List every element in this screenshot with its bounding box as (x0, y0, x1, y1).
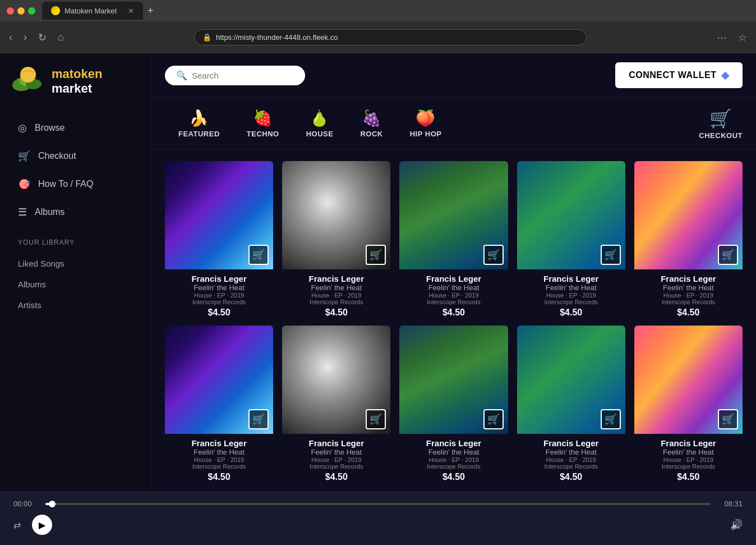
product-image: 🛒 (282, 161, 390, 269)
add-to-cart-button[interactable]: 🛒 (483, 245, 504, 265)
new-tab-button[interactable]: + (143, 3, 158, 19)
product-meta1: House · EP · 2019 (519, 456, 623, 463)
add-to-cart-button[interactable]: 🛒 (366, 245, 386, 265)
product-artist: Francis Leger (637, 274, 740, 283)
product-card[interactable]: 🛒 Francis Leger Feelin' the Heat House ·… (517, 326, 625, 481)
product-meta2: Interscope Records (167, 299, 271, 305)
genre-techno-label: TECHNO (247, 130, 279, 138)
product-card[interactable]: 🛒 Francis Leger Feelin' the Heat House ·… (165, 326, 273, 481)
progress-track[interactable] (45, 503, 711, 505)
product-meta2: Interscope Records (637, 299, 740, 305)
genre-house[interactable]: 🍐 HOUSE (293, 104, 347, 143)
browse-icon: ◎ (18, 122, 27, 134)
add-to-cart-button[interactable]: 🛒 (366, 409, 386, 429)
shuffle-button[interactable]: ⇄ (13, 520, 21, 530)
product-meta1: House · EP · 2019 (402, 456, 505, 463)
nav-albums-label: Albums (35, 207, 64, 217)
tab-close-icon[interactable]: ✕ (128, 7, 134, 15)
nav-howto[interactable]: 🎯 How To / FAQ (9, 171, 142, 197)
player-progress: 00:00 08:31 (13, 500, 743, 508)
player-bar: 00:00 08:31 ⇄ ▶ 🔊 (0, 492, 756, 542)
bookmark-button[interactable]: ☆ (735, 29, 750, 46)
genre-nav: 🍌 FEATURED 🍓 TECHNO 🍐 HOUSE 🍇 ROCK 🍑 HIP… (151, 98, 756, 150)
product-title: Feelin' the Heat (402, 448, 505, 456)
product-artist: Francis Leger (284, 274, 388, 283)
add-to-cart-button[interactable]: 🛒 (483, 409, 504, 429)
volume-button[interactable]: 🔊 (730, 519, 743, 531)
add-to-cart-button[interactable]: 🛒 (718, 409, 738, 429)
library-artists[interactable]: Artists (9, 295, 142, 315)
product-title: Feelin' the Heat (167, 448, 271, 456)
library-liked-songs[interactable]: Liked Songs (9, 253, 142, 274)
url-text: https://misty-thunder-4448.on.fleek.co (216, 33, 578, 42)
nav-checkout-label: Checkout (38, 151, 76, 161)
genre-techno[interactable]: 🍓 TECHNO (233, 104, 293, 143)
add-to-cart-button[interactable]: 🛒 (601, 245, 621, 265)
product-info: Francis Leger Feelin' the Heat House · E… (634, 434, 743, 480)
nav-browse-label: Browse (35, 123, 64, 133)
search-bar[interactable]: 🔍 (165, 66, 305, 85)
browser-tab[interactable]: Matoken Market ✕ (42, 2, 143, 20)
forward-button[interactable]: › (20, 29, 30, 45)
connect-wallet-button[interactable]: CONNECT WALLET ◆ (615, 62, 743, 88)
tab-title: Matoken Market (64, 7, 117, 15)
search-input[interactable] (192, 71, 294, 80)
product-card[interactable]: 🛒 Francis Leger Feelin' the Heat House ·… (282, 161, 390, 317)
refresh-button[interactable]: ↻ (35, 29, 50, 46)
product-meta2: Interscope Records (284, 299, 388, 305)
extensions-button[interactable]: ⋯ (713, 29, 730, 46)
search-icon: 🔍 (176, 70, 187, 81)
product-meta2: Interscope Records (519, 299, 623, 305)
nav-checkout[interactable]: 🛒 Checkout (9, 143, 142, 169)
genre-hiphop[interactable]: 🍑 HIP HOP (397, 104, 455, 143)
add-to-cart-button[interactable]: 🛒 (718, 245, 738, 265)
genre-featured[interactable]: 🍌 FEATURED (165, 104, 233, 143)
logo-icon (11, 65, 45, 98)
product-card[interactable]: 🛒 Francis Leger Feelin' the Heat House ·… (634, 326, 743, 481)
product-artist: Francis Leger (402, 438, 505, 448)
product-card[interactable]: 🛒 Francis Leger Feelin' the Heat House ·… (399, 161, 508, 317)
checkout-nav[interactable]: 🛒 CHECKOUT (699, 108, 743, 140)
home-button[interactable]: ⌂ (54, 29, 67, 45)
product-card[interactable]: 🛒 Francis Leger Feelin' the Heat House ·… (165, 161, 273, 317)
product-price: $4.50 (284, 472, 388, 480)
product-card[interactable]: 🛒 Francis Leger Feelin' the Heat House ·… (282, 326, 390, 481)
featured-icon: 🍌 (189, 109, 209, 127)
product-meta2: Interscope Records (284, 463, 388, 470)
fullscreen-button[interactable] (28, 7, 35, 15)
howto-icon: 🎯 (18, 178, 30, 190)
product-card[interactable]: 🛒 Francis Leger Feelin' the Heat House ·… (634, 161, 743, 317)
nav-browse[interactable]: ◎ Browse (9, 115, 142, 141)
product-meta1: House · EP · 2019 (284, 456, 388, 463)
library-albums[interactable]: Albums (9, 274, 142, 295)
nav-albums[interactable]: ☰ Albums (9, 199, 142, 225)
library-section: YOUR LIBRARY Liked Songs Albums Artists (0, 227, 151, 315)
genre-rock[interactable]: 🍇 ROCK (347, 104, 396, 143)
main-header: 🔍 CONNECT WALLET ◆ (151, 53, 756, 98)
logo-text-line2: market (52, 81, 102, 96)
checkout-label: CHECKOUT (699, 131, 743, 140)
total-time: 08:31 (717, 500, 743, 508)
genre-house-label: HOUSE (306, 130, 334, 138)
genre-hiphop-label: HIP HOP (410, 130, 442, 138)
checkout-icon: 🛒 (18, 150, 30, 162)
product-image: 🛒 (399, 326, 508, 434)
app-container: matoken market ◎ Browse 🛒 Checkout 🎯 How… (0, 53, 756, 492)
browser-chrome: Matoken Market ✕ + ‹ › ↻ ⌂ 🔒 https://mis… (0, 0, 756, 53)
minimize-button[interactable] (17, 7, 25, 15)
address-bar[interactable]: 🔒 https://misty-thunder-4448.on.fleek.co (194, 29, 587, 45)
add-to-cart-button[interactable]: 🛒 (248, 409, 269, 429)
back-button[interactable]: ‹ (6, 29, 16, 45)
product-artist: Francis Leger (519, 438, 623, 448)
play-button[interactable]: ▶ (32, 515, 52, 535)
product-image: 🛒 (634, 326, 743, 434)
product-meta2: Interscope Records (167, 463, 271, 470)
add-to-cart-button[interactable]: 🛒 (601, 409, 621, 429)
logo-text: matoken market (52, 67, 102, 96)
close-button[interactable] (7, 7, 14, 15)
add-to-cart-button[interactable]: 🛒 (248, 245, 269, 265)
nav-howto-label: How To / FAQ (38, 179, 93, 189)
product-card[interactable]: 🛒 Francis Leger Feelin' the Heat House ·… (399, 326, 508, 481)
product-card[interactable]: 🛒 Francis Leger Feelin' the Heat House ·… (517, 161, 625, 317)
product-image: 🛒 (517, 326, 625, 434)
